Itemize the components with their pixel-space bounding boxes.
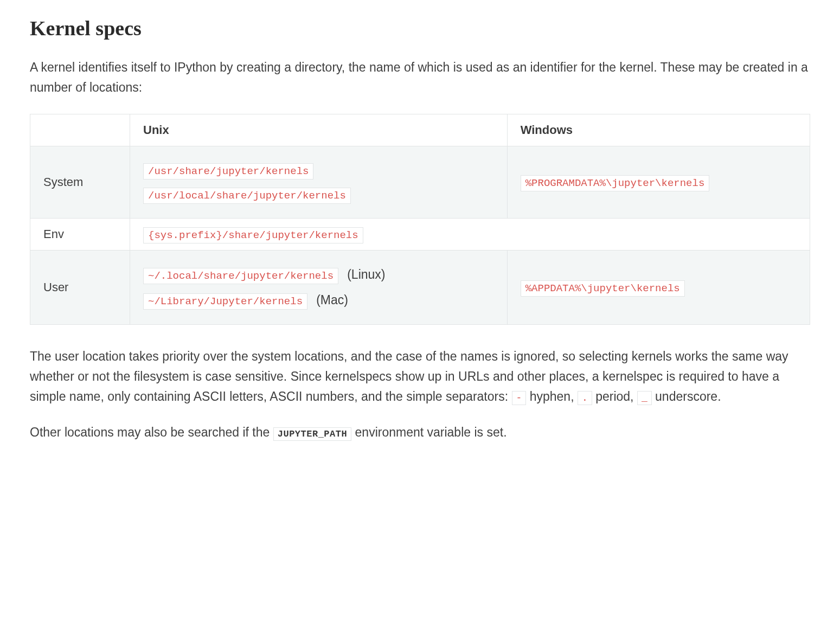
text-run: hyphen, (530, 389, 578, 403)
row-label-user: User (30, 251, 130, 325)
separator-period-code: . (578, 391, 592, 405)
separator-hyphen-code: - (512, 391, 527, 405)
table-row-system: System /usr/share/jupyter/kernels /usr/l… (30, 146, 810, 219)
text-run: period, (595, 389, 637, 403)
text-run: environment variable is set. (355, 425, 507, 439)
row-label-system: System (30, 146, 130, 219)
intro-paragraph: A kernel identifies itself to IPython by… (30, 57, 810, 98)
code-path: %APPDATA%\jupyter\kernels (521, 280, 685, 297)
table-header-blank (30, 114, 130, 146)
priority-paragraph: The user location takes priority over th… (30, 347, 810, 406)
text-run: Other locations may also be searched if … (30, 425, 273, 439)
code-path: /usr/share/jupyter/kernels (143, 163, 313, 179)
document-page: Kernel specs A kernel identifies itself … (0, 0, 840, 489)
code-path: /usr/local/share/jupyter/kernels (143, 188, 351, 204)
cell-user-windows: %APPDATA%\jupyter\kernels (507, 251, 810, 325)
code-path: ~/Library/Jupyter/kernels (143, 293, 307, 310)
cell-user-unix: ~/.local/share/jupyter/kernels (Linux) ~… (130, 251, 508, 325)
table-header-unix: Unix (130, 114, 508, 146)
table-header-windows: Windows (507, 114, 810, 146)
code-path: %PROGRAMDATA%\jupyter\kernels (521, 175, 710, 191)
os-suffix-mac: (Mac) (316, 293, 348, 307)
cell-env-unix: {sys.prefix}/share/jupyter/kernels (130, 219, 810, 251)
cell-system-unix: /usr/share/jupyter/kernels /usr/local/sh… (130, 146, 508, 219)
cell-system-windows: %PROGRAMDATA%\jupyter\kernels (507, 146, 810, 219)
env-var-code: JUPYTER_PATH (273, 427, 351, 441)
row-label-env: Env (30, 219, 130, 251)
text-run: underscore. (655, 389, 721, 403)
table-header-row: Unix Windows (30, 114, 810, 146)
code-path: ~/.local/share/jupyter/kernels (143, 268, 338, 284)
table-row-user: User ~/.local/share/jupyter/kernels (Lin… (30, 251, 810, 325)
section-title: Kernel specs (30, 16, 810, 40)
kernel-locations-table: Unix Windows System /usr/share/jupyter/k… (30, 114, 810, 325)
separator-underscore-code: _ (637, 391, 652, 405)
jupyter-path-paragraph: Other locations may also be searched if … (30, 422, 810, 443)
table-row-env: Env {sys.prefix}/share/jupyter/kernels (30, 219, 810, 251)
os-suffix-linux: (Linux) (347, 267, 385, 281)
code-path: {sys.prefix}/share/jupyter/kernels (143, 227, 363, 243)
